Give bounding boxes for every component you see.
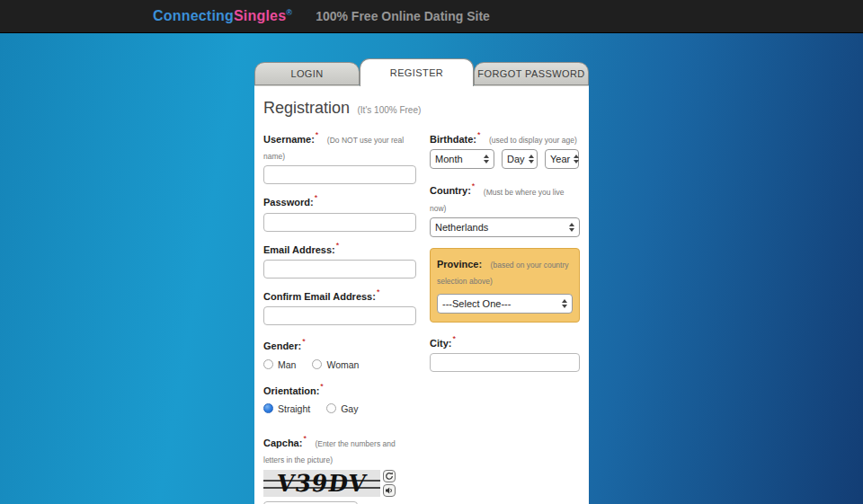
gender-option-woman[interactable]: Woman	[312, 359, 359, 370]
radio-man[interactable]	[263, 359, 273, 369]
confirm-email-field-group: Confirm Email Address:*	[263, 287, 416, 325]
select-arrows-icon	[562, 299, 567, 308]
password-label: Password:	[263, 198, 314, 208]
province-select[interactable]: ---Select One---	[437, 294, 573, 314]
required-asterisk: *	[452, 334, 456, 343]
orientation-label: Orientation:	[263, 385, 319, 396]
captcha-audio-button[interactable]	[383, 484, 396, 497]
province-highlight-box: Province: (based on your country selecti…	[430, 248, 580, 323]
required-asterisk: *	[472, 181, 476, 190]
birthdate-hint: (used to display your age)	[489, 136, 577, 145]
tab-register[interactable]: REGISTER	[360, 58, 474, 86]
gender-field-group: Gender:* Man Woman	[263, 337, 416, 369]
form-right-column: Birthdate:* (used to display your age) M…	[430, 128, 580, 504]
site-tagline: 100% Free Online Dating Site	[316, 9, 490, 23]
birth-year-value: Year	[550, 154, 570, 164]
title-row: Registration (It's 100% Free)	[263, 99, 580, 118]
radio-man-label: Man	[278, 359, 296, 370]
tab-forgot-password[interactable]: FORGOT PASSWORD	[474, 62, 589, 85]
gender-label: Gender:	[263, 341, 301, 352]
gender-option-man[interactable]: Man	[263, 359, 296, 370]
required-asterisk: *	[302, 337, 306, 346]
birthdate-label: Birthdate:	[430, 134, 476, 145]
birth-month-select[interactable]: Month	[430, 149, 494, 169]
orientation-field-group: Orientation:* Straight Gay	[263, 382, 416, 414]
select-arrows-icon	[574, 155, 579, 164]
password-field-group: Password:*	[263, 193, 416, 231]
radio-straight[interactable]	[263, 403, 273, 413]
captcha-label: Capcha:	[263, 438, 302, 448]
audio-icon	[385, 486, 394, 495]
site-logo[interactable]: ConnectingSingles®	[153, 8, 292, 24]
captcha-image: V39DV	[263, 470, 380, 497]
city-label: City:	[430, 338, 451, 349]
username-input[interactable]	[263, 165, 416, 184]
select-arrows-icon	[484, 155, 489, 164]
radio-gay-label: Gay	[341, 403, 358, 414]
birthdate-field-group: Birthdate:* (used to display your age) M…	[430, 130, 580, 169]
radio-gay[interactable]	[326, 403, 336, 413]
radio-woman-label: Woman	[326, 359, 359, 370]
auth-tabs: LOGIN REGISTER FORGOT PASSWORD	[254, 57, 589, 85]
province-value: ---Select One---	[442, 298, 511, 309]
username-field-group: Username:* (Do NOT use your real name)	[263, 130, 416, 184]
captcha-refresh-button[interactable]	[383, 470, 396, 482]
email-label: Email Address:	[263, 244, 335, 255]
registered-mark: ®	[286, 8, 292, 17]
refresh-icon	[385, 472, 394, 481]
birth-day-select[interactable]: Day	[502, 149, 538, 169]
page-title: Registration	[263, 99, 350, 117]
birth-day-value: Day	[507, 154, 525, 164]
email-field-group: Email Address:*	[263, 241, 416, 279]
country-label: Country:	[430, 186, 471, 197]
city-input[interactable]	[430, 353, 580, 372]
logo-part-singles: Singles	[234, 8, 286, 23]
radio-straight-label: Straight	[278, 403, 310, 414]
confirm-email-label: Confirm Email Address:	[263, 291, 376, 302]
confirm-email-input[interactable]	[263, 306, 416, 325]
country-value: Netherlands	[435, 222, 488, 233]
country-field-group: Country:* (Must be where you live now) N…	[430, 181, 580, 236]
top-header-bar: ConnectingSingles® 100% Free Online Dati…	[0, 0, 863, 33]
registration-card: LOGIN REGISTER FORGOT PASSWORD Registrat…	[254, 57, 589, 504]
username-label: Username:	[263, 134, 315, 145]
birth-month-value: Month	[435, 154, 463, 164]
registration-form: Registration (It's 100% Free) Username:*…	[254, 85, 589, 504]
page-title-hint: (It's 100% Free)	[358, 105, 422, 115]
city-field-group: City:*	[430, 334, 580, 372]
password-input[interactable]	[263, 213, 416, 232]
birth-year-select[interactable]: Year	[545, 149, 579, 169]
province-label: Province:	[437, 259, 482, 270]
form-left-column: Username:* (Do NOT use your real name) P…	[263, 128, 416, 504]
country-select[interactable]: Netherlands	[430, 217, 580, 237]
captcha-field-group: Capcha:* (Enter the numbers and letters …	[263, 434, 416, 504]
select-arrows-icon	[529, 155, 534, 164]
tab-login[interactable]: LOGIN	[254, 62, 360, 85]
required-asterisk: *	[336, 241, 340, 250]
required-asterisk: *	[315, 193, 318, 202]
select-arrows-icon	[569, 223, 574, 232]
radio-woman[interactable]	[312, 359, 322, 369]
required-asterisk: *	[316, 130, 319, 139]
required-asterisk: *	[303, 434, 307, 443]
captcha-code-text: V39DV	[275, 472, 369, 495]
orientation-option-gay[interactable]: Gay	[326, 403, 358, 414]
required-asterisk: *	[377, 287, 380, 296]
required-asterisk: *	[477, 130, 481, 139]
logo-part-connecting: Connecting	[153, 8, 234, 23]
required-asterisk: *	[320, 382, 324, 391]
email-input[interactable]	[263, 260, 416, 279]
orientation-option-straight[interactable]: Straight	[263, 403, 310, 414]
